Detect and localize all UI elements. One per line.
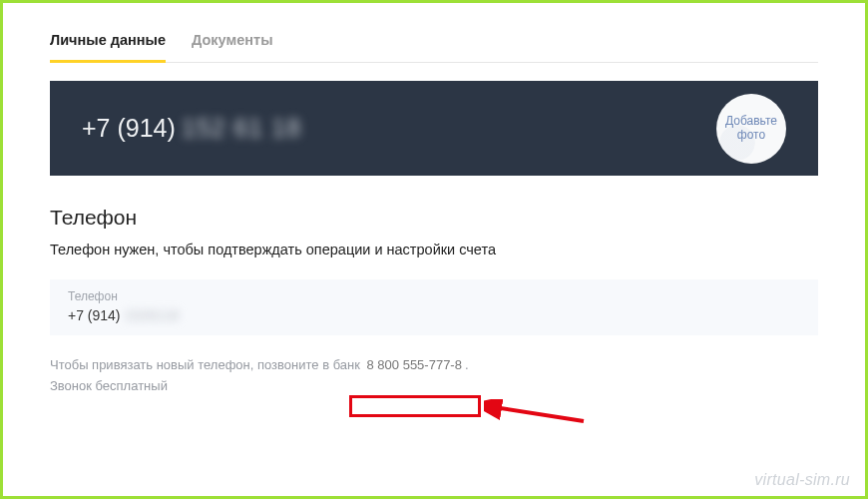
note-line2: Звонок бесплатный (50, 378, 168, 393)
add-photo-button[interactable]: Добавьте фото (716, 94, 786, 164)
tab-documents[interactable]: Документы (192, 22, 273, 62)
support-phone-number: 8 800 555-777-8 (364, 356, 465, 373)
avatar-text-line1: Добавьте (725, 115, 777, 129)
watermark: virtual-sim.ru (754, 471, 850, 489)
tab-personal-data[interactable]: Личные данные (50, 22, 166, 62)
note-text-pre: Чтобы привязать новый телефон, позвоните… (50, 357, 364, 372)
phone-masked-digits: 152 61 18 (182, 114, 301, 143)
note-text-post: . (465, 357, 469, 372)
phone-value-masked: 1526118 (125, 307, 180, 323)
avatar-text-line2: фото (737, 129, 765, 143)
support-note: Чтобы привязать новый телефон, позвоните… (50, 355, 818, 397)
tab-bar: Личные данные Документы (50, 22, 818, 63)
